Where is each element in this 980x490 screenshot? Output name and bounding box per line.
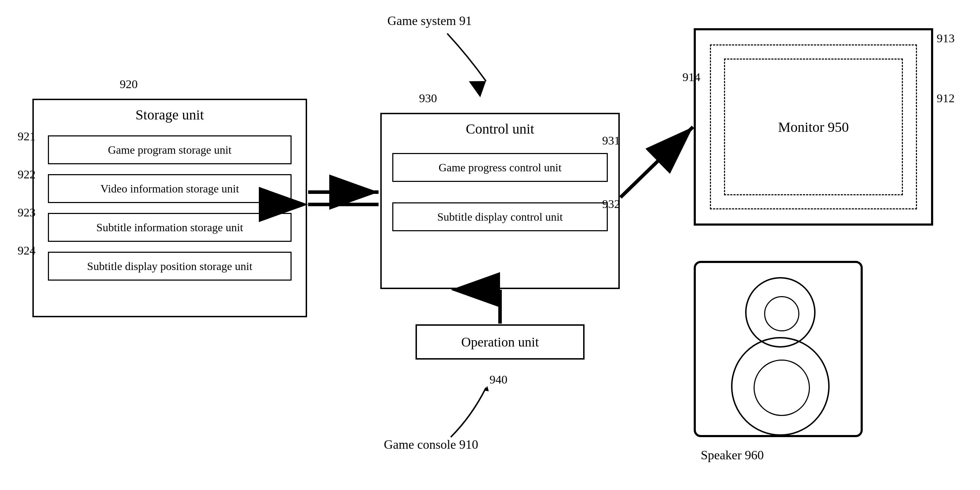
ref-921: 921: [18, 130, 35, 143]
ref-912: 912: [937, 92, 955, 105]
ref-913: 913: [937, 32, 955, 45]
subtitle-display-position-box: Subtitle display position storage unit: [48, 252, 291, 281]
ref-923: 923: [18, 206, 35, 219]
ref-924: 924: [18, 244, 35, 257]
ref-922: 922: [18, 168, 35, 181]
diagram: Game system 91 920 Storage unit Game pro…: [0, 0, 980, 490]
game-system-label: Game system 91: [387, 13, 472, 28]
game-progress-control-box: Game progress control unit: [392, 153, 608, 182]
ref-931: 931: [602, 134, 620, 147]
ref-920: 920: [120, 78, 138, 91]
storage-unit-title: Storage unit: [34, 107, 305, 123]
speaker-circle-top-inner: [764, 296, 799, 331]
control-unit-box: Control unit Game progress control unit …: [380, 113, 620, 289]
subtitle-info-storage-box: Subtitle information storage unit: [48, 213, 291, 242]
svg-marker-9: [484, 386, 489, 391]
speaker-circle-bottom-outer: [731, 337, 830, 436]
monitor-label: Monitor 950: [778, 119, 849, 136]
game-program-storage-box: Game program storage unit: [48, 136, 291, 164]
svg-line-7: [620, 127, 693, 198]
monitor-outer-box: Monitor 950: [694, 28, 933, 226]
ref-932: 932: [602, 198, 620, 211]
subtitle-display-control-box: Subtitle display control unit: [392, 202, 608, 231]
speaker-label: Speaker 960: [701, 448, 764, 463]
speaker-circle-bottom-inner: [754, 359, 810, 416]
operation-unit-box: Operation unit: [415, 324, 585, 359]
speaker-box: [694, 261, 863, 437]
ref-914: 914: [682, 70, 700, 84]
ref-940: 940: [490, 373, 508, 386]
ref-930: 930: [419, 92, 437, 105]
game-console-label: Game console 910: [384, 437, 478, 452]
storage-unit-box: Storage unit Game program storage unit V…: [32, 99, 307, 317]
control-unit-title: Control unit: [382, 121, 618, 137]
video-info-storage-box: Video information storage unit: [48, 174, 291, 203]
